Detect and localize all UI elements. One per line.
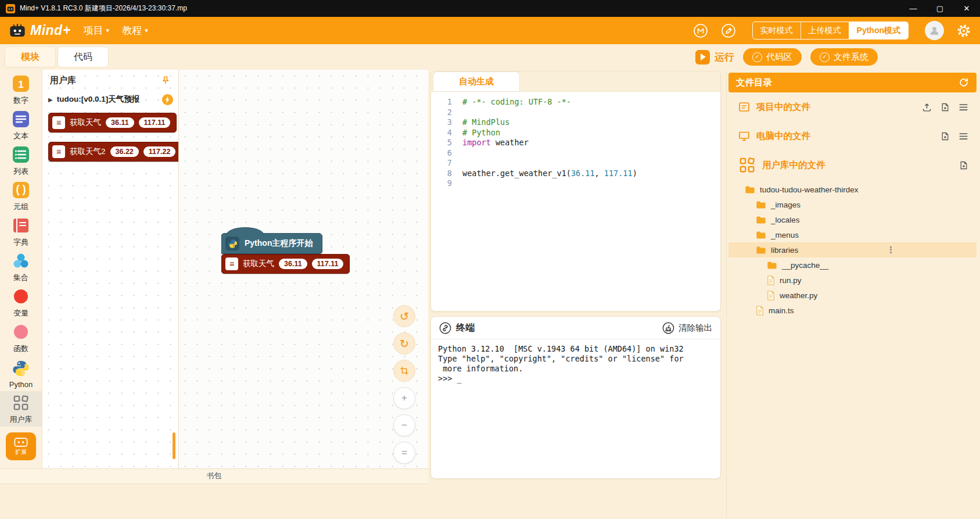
folder-icon — [745, 185, 755, 194]
tree-item-_locales[interactable]: _locales — [728, 212, 977, 227]
files-section[interactable]: 项目中的文件 — [728, 92, 977, 121]
file-tree: tudou-tudou-weather-thirdex _images _loc… — [728, 182, 977, 318]
tree-item-main.ts[interactable]: main.ts — [728, 303, 977, 318]
menu-tutorial[interactable]: 教程▾ — [122, 24, 148, 37]
sidebar-item-text[interactable]: 文本 — [0, 108, 42, 143]
feedback-edit-icon[interactable] — [721, 23, 736, 38]
refresh-icon[interactable] — [959, 77, 969, 88]
run-button[interactable]: 运行 — [695, 50, 734, 65]
sidebar-item-list[interactable]: 列表 — [0, 143, 42, 178]
extension-button[interactable]: 扩展 — [6, 432, 36, 460]
python-icon — [11, 359, 31, 378]
block-arg[interactable]: 36.11 — [279, 259, 307, 269]
file-icon — [756, 306, 764, 316]
pin-icon[interactable] — [160, 76, 170, 85]
zoom-out-button[interactable]: − — [393, 414, 415, 436]
bolt-icon[interactable] — [161, 94, 174, 106]
check-circle-icon: ✓ — [820, 52, 830, 62]
tab-code[interactable]: 代码 — [58, 46, 109, 67]
line-number: 2 — [431, 108, 452, 118]
tree-item-_menus[interactable]: _menus — [728, 227, 977, 242]
tree-item-libraries[interactable]: libraries ⋮ — [728, 242, 977, 257]
avatar[interactable] — [925, 21, 944, 40]
zoom-in-button[interactable]: + — [393, 387, 415, 409]
sidebar-item-userlib[interactable]: 用户库 — [0, 391, 42, 427]
tree-item-run.py[interactable]: run.py — [728, 273, 977, 288]
sidebar-item-python[interactable]: Python — [0, 356, 42, 391]
clear-output-button[interactable]: 清除输出 — [662, 322, 712, 334]
extension-block[interactable]: ≡ 获取天气2 36.22117.22 — [48, 142, 179, 162]
code-line: 2 — [431, 108, 720, 118]
code-area-toggle[interactable]: ✓ 代码区 — [743, 48, 802, 66]
tree-item-_images[interactable]: _images — [728, 197, 977, 212]
block-arg[interactable]: 117.11 — [139, 117, 171, 128]
tree-item-weather.py[interactable]: weather.py — [728, 288, 977, 303]
menu-project[interactable]: 项目▾ — [84, 24, 110, 37]
zoom-reset-button[interactable]: = — [393, 442, 415, 464]
backpack-bar[interactable]: 书包 — [0, 468, 428, 484]
mode-实时模式[interactable]: 实时模式 — [753, 22, 800, 39]
block-arg[interactable]: 117.11 — [312, 259, 344, 269]
menu-icon[interactable] — [959, 103, 968, 112]
tab-blocks[interactable]: 模块 — [5, 46, 56, 67]
code-line: 9 — [431, 178, 720, 189]
menu-icon[interactable] — [959, 132, 968, 141]
file-system-toggle[interactable]: ✓ 文件系统 — [810, 48, 878, 66]
code-line: 4 # Python — [431, 128, 720, 138]
screenshot-button[interactable] — [393, 360, 415, 382]
window-title: Mind+ V1.8.1 RC3.0 新建项目-2026/4/13-23:30:… — [20, 3, 187, 13]
kebab-menu-icon[interactable]: ⋮ — [886, 245, 895, 255]
code-line: 7 — [431, 158, 720, 169]
minimize-button[interactable]: — — [900, 0, 927, 17]
terminal-header: 终端 清除输出 — [431, 317, 720, 339]
sidebar-item-num[interactable]: 1 数字 — [0, 72, 42, 108]
sidebar-item-fn[interactable]: 函数 — [0, 320, 42, 356]
robot-logo-icon — [8, 22, 27, 40]
canvas-controls: ↺ ↻ + − = — [393, 305, 415, 464]
newfile-icon[interactable] — [940, 131, 950, 141]
mode-Python模式[interactable]: Python模式 — [849, 22, 908, 39]
sidebar-item-set[interactable]: 集合 — [0, 249, 42, 285]
block-arg[interactable]: 117.22 — [143, 146, 176, 157]
files-section[interactable]: 用户库中的文件 — [728, 151, 977, 180]
tree-item-__pycache__[interactable]: __pycache__ — [728, 257, 977, 273]
mode-switcher: 实时模式上传模式Python模式 — [752, 22, 909, 40]
block-canvas[interactable]: Python主程序开始 ≡ 获取天气 36.11117.11 ↺ ↻ + − = — [179, 70, 428, 468]
code-editor[interactable]: 1 # -*- coding: UTF-8 -*- 2 3 # MindPlus… — [431, 92, 720, 311]
maximize-button[interactable]: ▢ — [927, 0, 953, 17]
newfile-icon[interactable] — [940, 102, 950, 112]
file-icon — [767, 291, 775, 300]
sidebar-item-var[interactable]: 变量 — [0, 285, 42, 320]
palette-header: 用户库 — [42, 70, 178, 91]
close-button[interactable]: ✕ — [953, 0, 980, 17]
python-start-block[interactable]: Python主程序开始 — [221, 233, 322, 254]
block-arg[interactable]: 36.22 — [110, 146, 139, 157]
sidebar-item-dict[interactable]: 字典 — [0, 214, 42, 249]
palette-scrollbar[interactable] — [173, 432, 175, 459]
terminal-output[interactable]: Python 3.12.10 [MSC v.1943 64 bit (AMD64… — [431, 339, 720, 478]
folder-icon — [756, 216, 766, 224]
extension-block[interactable]: ≡ 获取天气 36.11117.11 — [221, 254, 350, 274]
redo-button[interactable]: ↻ — [393, 332, 415, 355]
window-controls: — ▢ ✕ — [900, 0, 980, 17]
folder-icon — [756, 231, 766, 239]
newfile-icon[interactable] — [959, 160, 968, 170]
palette-blocks: ≡ 获取天气 36.11117.11 ≡ 获取天气2 36.22117.22 — [42, 108, 178, 162]
line-number: 3 — [431, 117, 452, 128]
files-section[interactable]: 电脑中的文件 — [728, 121, 977, 151]
community-icon[interactable] — [693, 23, 708, 38]
sidebar-item-tuple[interactable]: 元组 — [0, 178, 42, 214]
undo-button[interactable]: ↺ — [393, 305, 415, 327]
folder-icon — [756, 246, 766, 255]
block-arg[interactable]: 36.11 — [106, 117, 134, 128]
code-line: 5 import weather — [431, 138, 720, 148]
chevron-down-icon: ▾ — [145, 27, 148, 34]
mode-上传模式[interactable]: 上传模式 — [800, 22, 849, 39]
palette-group[interactable]: ▶ tudou:[v0.0.1]天气预报 — [42, 91, 178, 108]
upload-icon[interactable] — [922, 102, 932, 112]
text-icon — [11, 109, 31, 129]
tree-item-tudou-tudou-weather-thirdex[interactable]: tudou-tudou-weather-thirdex — [728, 182, 977, 197]
tab-autogenerate[interactable]: 自动生成 — [433, 71, 520, 91]
extension-block[interactable]: ≡ 获取天气 36.11117.11 — [48, 113, 177, 133]
gear-icon[interactable] — [957, 24, 971, 38]
